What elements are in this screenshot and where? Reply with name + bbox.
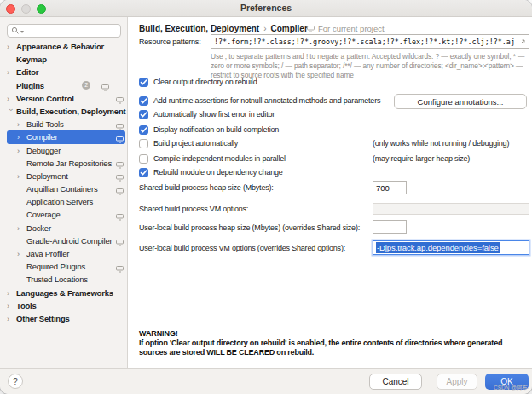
warning-body: If option 'Clear output directory on reb… (139, 339, 531, 357)
chevron-collapsed-icon[interactable]: › (7, 300, 16, 313)
shared-setting-monitor-icon (116, 186, 124, 199)
sidebar-item-appearance-behavior[interactable]: ›Appearance & Behavior (0, 40, 127, 53)
apply-button[interactable]: Apply (437, 374, 477, 390)
checkbox-automatically-show-first-error-in-editor[interactable] (139, 110, 148, 119)
configure-annotations-button[interactable]: Configure annotations... (394, 94, 527, 109)
field-label: Shared build process heap size (Mbytes): (139, 183, 274, 193)
user-local-build-process-vm-options-overrides-shared-options-input[interactable]: -Djps.track.ap.dependencies=false (373, 240, 529, 255)
shared-setting-monitor-icon (116, 264, 124, 276)
field-label: User-local build process heap size (Mbyt… (139, 223, 360, 233)
sidebar-item-label: Plugins (16, 81, 44, 90)
sidebar-item-coverage[interactable]: ›Coverage (0, 208, 127, 221)
checkbox-label[interactable]: Automatically show first error in editor (153, 110, 275, 119)
checkbox-label[interactable]: Rebuild module on dependency change (153, 168, 283, 177)
sidebar-item-arquillian-containers[interactable]: ›Arquillian Containers (0, 183, 127, 195)
resource-patterns-label: Resource patterns: (139, 38, 200, 47)
sidebar-item-label: Required Plugins (26, 262, 85, 271)
shared-build-process-heap-size-mbytes-input[interactable]: 700 (373, 181, 407, 194)
resource-patterns-input[interactable]: !?*.form;!?*.class;!?*.groovy;!?*.scala;… (211, 34, 529, 49)
checkbox-add-runtime-assertions-for-notnull-annotated-methods-and-parameters[interactable] (139, 96, 148, 106)
sidebar-item-label: Languages & Frameworks (16, 288, 113, 298)
sidebar-item-trusted-locations[interactable]: ›Trusted Locations (0, 273, 127, 286)
sidebar-item-label: Gradle-Android Compiler (26, 236, 112, 246)
search-filter-caret-icon (20, 31, 24, 33)
shared-setting-monitor-icon (116, 211, 124, 224)
settings-tree: ›Appearance & Behavior›Keymap›Editor›Plu… (0, 40, 127, 325)
checkbox-note: (only works while not running / debuggin… (373, 138, 509, 148)
sidebar-item-build-tools[interactable]: ›Build Tools (0, 118, 127, 130)
sidebar-item-keymap[interactable]: ›Keymap (0, 53, 127, 66)
checkbox-row-compile-independent-modules-in-parallel: Compile independent modules in parallel (139, 154, 286, 164)
breadcrumb: Build, Execution, Deployment›Compiler Fo… (139, 24, 308, 33)
shared-setting-monitor-icon (116, 121, 124, 134)
sidebar-item-docker[interactable]: ›Docker (0, 222, 127, 235)
checkbox-label[interactable]: Clear output directory on rebuild (153, 78, 257, 86)
sidebar-item-label: Docker (26, 223, 51, 233)
sidebar: ›Appearance & Behavior›Keymap›Editor›Plu… (0, 17, 128, 368)
sidebar-item-remote-jar-repositories[interactable]: ›Remote Jar Repositories (0, 157, 127, 170)
sidebar-item-deployment[interactable]: ›Deployment (0, 170, 127, 183)
chevron-collapsed-icon[interactable]: › (7, 287, 16, 300)
sidebar-item-gradle-android-compiler[interactable]: ›Gradle-Android Compiler (0, 235, 127, 247)
chevron-collapsed-icon[interactable]: › (17, 145, 26, 158)
cancel-button[interactable]: Cancel (369, 374, 422, 390)
scope-indicator: For current project (307, 24, 385, 33)
monitor-icon (307, 25, 315, 32)
sidebar-item-compiler[interactable]: ›Compiler (0, 130, 127, 143)
chevron-collapsed-icon[interactable]: › (7, 93, 16, 106)
sidebar-item-editor[interactable]: ›Editor (0, 66, 127, 78)
field-label: Shared build process VM options: (139, 205, 248, 214)
sidebar-item-other-settings[interactable]: ›Other Settings (0, 312, 127, 325)
preferences-dialog: Preferences ›Appearance & Behavior›Keyma… (0, 0, 532, 394)
sidebar-item-label: Arquillian Containers (26, 184, 97, 194)
expand-field-icon[interactable] (519, 38, 526, 45)
chevron-expanded-icon[interactable]: › (4, 108, 17, 118)
sidebar-item-label: Deployment (26, 171, 68, 181)
sidebar-item-tools[interactable]: ›Tools (0, 299, 127, 312)
checkbox-label[interactable]: Compile independent modules in parallel (153, 154, 286, 163)
sidebar-item-required-plugins[interactable]: ›Required Plugins (0, 260, 127, 273)
breadcrumb-section[interactable]: Build, Execution, Deployment (139, 24, 259, 33)
sidebar-item-label: Build Tools (26, 119, 64, 129)
sidebar-item-label: Trusted Locations (26, 275, 88, 284)
plugins-count-badge: 2 (82, 81, 90, 90)
resource-patterns-value: !?*.form;!?*.class;!?*.groovy;!?*.scala;… (214, 38, 519, 46)
chevron-collapsed-icon[interactable]: › (17, 223, 26, 235)
sidebar-item-label: Remote Jar Repositories (26, 159, 112, 168)
titlebar: Preferences (0, 0, 532, 17)
sidebar-item-languages-frameworks[interactable]: ›Languages & Frameworks (0, 287, 127, 299)
settings-content: Build, Execution, Deployment›Compiler Fo… (128, 17, 532, 368)
checkbox-row-build-project-automatically: Build project automatically (139, 138, 238, 148)
sidebar-item-build-execution-deployment[interactable]: ›Build, Execution, Deployment (0, 105, 127, 118)
checkbox-rebuild-module-on-dependency-change[interactable] (139, 168, 148, 177)
sidebar-item-label: Other Settings (16, 314, 70, 323)
settings-search-input[interactable] (7, 24, 121, 38)
sidebar-item-debugger[interactable]: ›Debugger (0, 144, 127, 157)
sidebar-item-plugins[interactable]: ›Plugins2 (0, 79, 127, 92)
checkbox-row-display-notification-on-build-completion: Display notification on build completion (139, 125, 279, 135)
shared-setting-monitor-icon (116, 134, 124, 147)
search-icon (11, 26, 20, 35)
chevron-collapsed-icon[interactable]: › (17, 119, 26, 131)
chevron-collapsed-icon[interactable]: › (17, 171, 26, 183)
sidebar-item-label: Java Profiler (26, 249, 69, 258)
shared-setting-monitor-icon (116, 172, 124, 185)
checkbox-clear-output-directory-on-rebuild[interactable] (139, 78, 148, 87)
checkbox-label[interactable]: Display notification on build completion (153, 125, 279, 134)
checkbox-label[interactable]: Add runtime assertions for notnull-annot… (153, 96, 380, 105)
sidebar-item-application-servers[interactable]: ›Application Servers (0, 195, 127, 208)
user-local-build-process-heap-size-mbytes-overrides-shared-size-input[interactable] (373, 220, 407, 234)
checkbox-label[interactable]: Build project automatically (153, 139, 238, 148)
chevron-collapsed-icon[interactable]: › (7, 41, 16, 54)
chevron-collapsed-icon[interactable]: › (7, 67, 16, 79)
checkbox-build-project-automatically[interactable] (139, 139, 148, 148)
checkbox-display-notification-on-build-completion[interactable] (139, 125, 148, 135)
sidebar-item-label: Debugger (26, 146, 61, 155)
help-button[interactable]: ? (8, 374, 23, 389)
checkbox-compile-independent-modules-in-parallel[interactable] (139, 154, 148, 164)
sidebar-item-java-profiler[interactable]: ›Java Profiler (0, 247, 127, 260)
chevron-collapsed-icon[interactable]: › (17, 248, 26, 261)
chevron-collapsed-icon[interactable]: › (7, 313, 16, 326)
sidebar-item-label: Keymap (16, 55, 47, 64)
chevron-collapsed-icon[interactable]: › (17, 131, 26, 144)
